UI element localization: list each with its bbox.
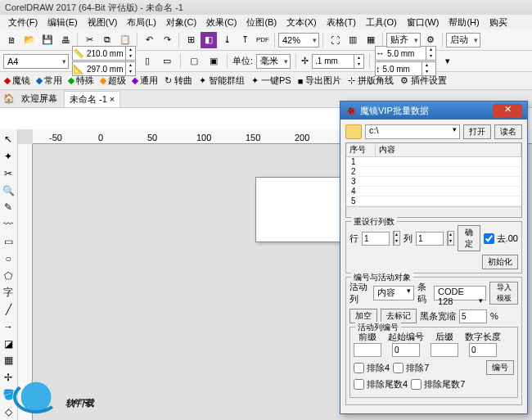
plugin-settings[interactable]: ⚙插件设置 bbox=[400, 75, 447, 87]
redo-icon[interactable]: ↷ bbox=[159, 32, 175, 48]
dup-y-input[interactable] bbox=[381, 62, 422, 75]
close-icon[interactable]: × bbox=[110, 94, 115, 104]
import-template-button[interactable]: 导入模板 bbox=[489, 282, 518, 305]
menu-table[interactable]: 表格(T) bbox=[322, 16, 361, 29]
transparency-tool[interactable]: ▦ bbox=[0, 352, 16, 369]
import-icon[interactable]: ⤓ bbox=[219, 32, 235, 48]
dialog-titlebar[interactable]: 🐞 魔镜VIP批量数据 ✕ bbox=[340, 102, 527, 120]
text-tool[interactable]: 字 bbox=[0, 284, 16, 301]
dup-x-input[interactable] bbox=[385, 47, 426, 60]
trim00-checkbox[interactable]: 去.00 bbox=[484, 233, 518, 245]
rectangle-tool[interactable]: ▭ bbox=[0, 233, 16, 251]
more-icon[interactable]: ▾ bbox=[440, 53, 456, 70]
ellipse-tool[interactable]: ○ bbox=[0, 250, 16, 267]
rulers-icon[interactable]: ▥ bbox=[345, 32, 361, 48]
pdf-icon[interactable]: PDF bbox=[255, 32, 271, 48]
plugin-special[interactable]: 特殊 bbox=[69, 75, 94, 87]
table-row[interactable]: 4 bbox=[346, 187, 521, 196]
page-height-input[interactable] bbox=[84, 62, 125, 75]
barcode-dropdown[interactable]: CODE 128 bbox=[434, 286, 486, 300]
suffix-input[interactable] bbox=[431, 343, 458, 357]
open-icon[interactable]: 📂 bbox=[21, 32, 38, 48]
prefix-input[interactable] bbox=[354, 343, 381, 357]
plugin-mojing[interactable]: 魔镜 bbox=[5, 75, 30, 87]
paper-dropdown[interactable]: A4 bbox=[3, 54, 69, 69]
table-row[interactable]: 5 bbox=[346, 196, 521, 206]
open-button[interactable]: 打开 bbox=[463, 124, 491, 139]
menu-buy[interactable]: 购买 bbox=[485, 16, 512, 29]
path-dropdown[interactable]: c:\ bbox=[365, 124, 460, 139]
fullscreen-icon[interactable]: ⛶ bbox=[327, 32, 343, 48]
spinner[interactable]: ▴▾ bbox=[426, 47, 435, 60]
confirm-button[interactable]: 确定 bbox=[458, 225, 480, 251]
nudge-field[interactable]: ▴▾ bbox=[312, 54, 364, 69]
row-input[interactable] bbox=[362, 232, 390, 246]
menu-effects[interactable]: 效果(C) bbox=[201, 16, 241, 29]
init-button[interactable]: 初始化 bbox=[482, 255, 518, 269]
save-icon[interactable]: 💾 bbox=[39, 32, 56, 48]
plugin-export[interactable]: ■导出图片 bbox=[298, 75, 342, 87]
marketplace-icon[interactable]: ◧ bbox=[201, 32, 217, 48]
extail7-checkbox[interactable]: 排除尾数7 bbox=[411, 378, 465, 391]
plugin-turn[interactable]: ↻转曲 bbox=[165, 75, 192, 87]
menu-view[interactable]: 视图(V) bbox=[83, 16, 123, 29]
dup-x-field[interactable]: ↔▴▾ bbox=[375, 46, 436, 61]
table-row[interactable]: 1 bbox=[346, 157, 521, 167]
new-icon[interactable]: 🗎 bbox=[3, 32, 20, 48]
ex7-checkbox[interactable]: 排除7 bbox=[393, 362, 429, 374]
content-dropdown[interactable]: 内容 bbox=[373, 286, 414, 300]
portrait-icon[interactable]: ▯ bbox=[139, 53, 156, 70]
polygon-tool[interactable]: ⬠ bbox=[0, 267, 16, 284]
undo-icon[interactable]: ↶ bbox=[141, 32, 157, 48]
menu-object[interactable]: 对象(C) bbox=[161, 16, 201, 29]
startnum-input[interactable] bbox=[392, 343, 420, 357]
plugin-common[interactable]: 常用 bbox=[37, 75, 62, 87]
crop-tool[interactable]: ✂ bbox=[0, 165, 16, 183]
ex4-checkbox[interactable]: 排除4 bbox=[354, 362, 390, 374]
artistic-tool[interactable]: 〰 bbox=[0, 216, 16, 233]
page-width-input[interactable] bbox=[84, 47, 125, 60]
menu-tools[interactable]: 工具(O) bbox=[361, 16, 402, 29]
extail4-checkbox[interactable]: 排除尾数4 bbox=[354, 378, 408, 391]
spinner[interactable]: ▴▾ bbox=[447, 231, 454, 246]
spinner[interactable]: ▴▾ bbox=[422, 62, 431, 75]
parallel-tool[interactable]: ╱ bbox=[0, 301, 16, 318]
menu-help[interactable]: 帮助(H) bbox=[444, 16, 484, 29]
spinner[interactable]: ▴▾ bbox=[125, 47, 135, 60]
plugin-super[interactable]: 超级 bbox=[101, 75, 126, 87]
menu-text[interactable]: 文本(X) bbox=[282, 16, 322, 29]
table-row[interactable]: 3 bbox=[346, 177, 521, 187]
folder-icon[interactable] bbox=[345, 124, 362, 139]
read-button[interactable]: 读名 bbox=[494, 124, 522, 139]
bw-input[interactable] bbox=[459, 309, 487, 323]
close-button[interactable]: ✕ bbox=[493, 104, 522, 117]
zoom-tool[interactable]: 🔍 bbox=[0, 182, 16, 199]
table-body[interactable]: 1 2 3 4 5 6 7 bbox=[346, 157, 521, 206]
freehand-tool[interactable]: ✎ bbox=[0, 199, 16, 216]
menu-bitmaps[interactable]: 位图(B) bbox=[241, 16, 282, 29]
menu-edit[interactable]: 编辑(E) bbox=[43, 16, 83, 29]
number-button[interactable]: 编号 bbox=[486, 360, 514, 375]
menu-window[interactable]: 窗口(W) bbox=[402, 16, 444, 29]
plugin-join[interactable]: ⊹拼版角线 bbox=[348, 75, 394, 87]
currentpage-icon[interactable]: ▣ bbox=[205, 53, 222, 70]
print-icon[interactable]: 🖶 bbox=[57, 32, 74, 48]
pick-tool[interactable]: ↖ bbox=[0, 131, 16, 148]
export-icon[interactable]: ⤒ bbox=[237, 32, 253, 48]
spinner[interactable]: ▴▾ bbox=[393, 231, 400, 246]
page-width-field[interactable]: 📏▴▾ bbox=[72, 46, 136, 61]
nudge-input[interactable] bbox=[313, 55, 354, 68]
plugin-ps[interactable]: ✦一键PS bbox=[251, 75, 291, 87]
spinner[interactable]: ▴▾ bbox=[125, 62, 135, 75]
page[interactable] bbox=[255, 177, 354, 242]
zoom-dropdown[interactable]: 42% bbox=[278, 33, 319, 47]
landscape-icon[interactable]: ▭ bbox=[159, 53, 175, 70]
menu-file[interactable]: 文件(F) bbox=[3, 16, 43, 29]
allpages-icon[interactable]: ▢ bbox=[186, 53, 202, 70]
search-icon[interactable]: ⊞ bbox=[183, 32, 199, 48]
home-icon[interactable]: 🏠 bbox=[3, 93, 15, 104]
tab-welcome[interactable]: 欢迎屏幕 bbox=[16, 91, 62, 106]
digits-input[interactable] bbox=[469, 343, 497, 357]
dropshadow-tool[interactable]: ◪ bbox=[0, 335, 16, 352]
snap-dropdown[interactable]: 贴齐 bbox=[386, 33, 421, 47]
